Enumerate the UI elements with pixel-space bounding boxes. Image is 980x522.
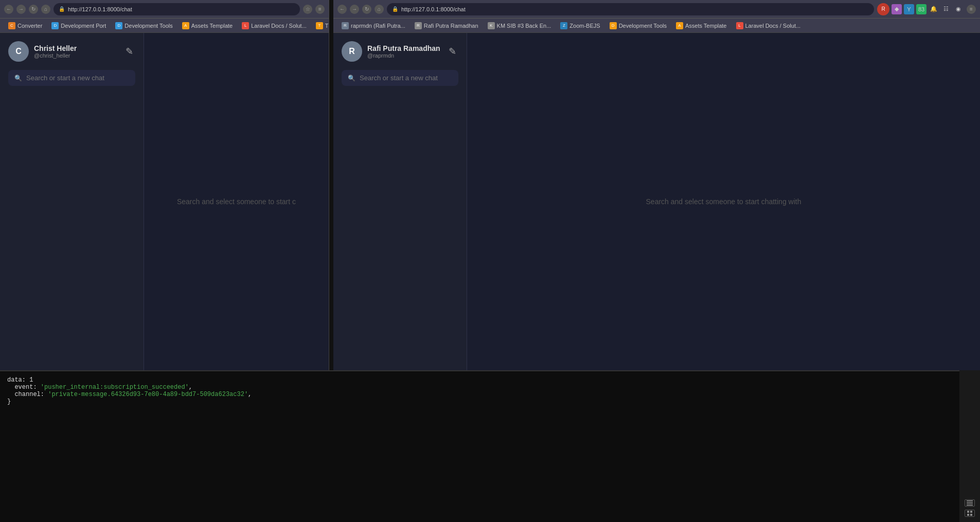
terminal-icon-1[interactable] bbox=[965, 499, 975, 507]
bookmark-tutorial[interactable]: T Tutorial bbox=[312, 21, 329, 30]
left-search-box[interactable]: 🔍 bbox=[8, 70, 135, 86]
svg-rect-6 bbox=[970, 514, 972, 516]
ext-icon-3[interactable]: 83 bbox=[916, 4, 926, 14]
right-new-chat-button[interactable]: ✎ bbox=[447, 44, 458, 59]
right-reload-button[interactable]: ↻ bbox=[362, 5, 371, 14]
right-search-icon: 🔍 bbox=[348, 75, 355, 82]
right-search-input[interactable] bbox=[360, 74, 452, 82]
ext-icon-2[interactable]: Y bbox=[904, 4, 914, 14]
bookmark-assets[interactable]: A Assets Template bbox=[178, 21, 237, 30]
ext-icon-6[interactable]: ◉ bbox=[953, 4, 964, 14]
right-bookmark-rafi-label: Rafi Putra Ramadhan bbox=[424, 23, 478, 29]
svg-rect-1 bbox=[967, 502, 973, 503]
right-bookmarks-bar: R raprmdn (Rafi Putra... R Rafi Putra Ra… bbox=[333, 19, 980, 33]
right-bookmark-devtools[interactable]: D Development Tools bbox=[605, 21, 671, 30]
ext-icon-4[interactable]: 🔔 bbox=[929, 4, 939, 14]
lock-icon: 🔒 bbox=[59, 6, 65, 12]
terminal-text-4: } bbox=[7, 398, 11, 405]
bookmark-converter[interactable]: C Converter bbox=[4, 21, 46, 30]
right-search-box[interactable]: 🔍 bbox=[342, 70, 458, 86]
bookmark-laravel[interactable]: L Laravel Docs / Solut... bbox=[238, 21, 311, 30]
bookmark-converter-label: Converter bbox=[17, 23, 42, 29]
terminal-text-1: data: 1 bbox=[7, 376, 33, 384]
right-empty-chat-text: Search and select someone to start chatt… bbox=[646, 197, 801, 206]
terminal-line-3: channel: 'private-message.64326d93-7e80-… bbox=[7, 391, 973, 398]
left-search-input[interactable] bbox=[26, 74, 129, 82]
terminal-line-2: event: 'pusher_internal:subscription_suc… bbox=[7, 384, 973, 391]
right-assets-favicon: A bbox=[676, 22, 683, 29]
right-bookmark-km[interactable]: K KM SIB #3 Back En... bbox=[484, 21, 556, 30]
raprmdn-favicon: R bbox=[342, 22, 349, 29]
left-search-icon: 🔍 bbox=[14, 75, 22, 82]
right-bookmark-zoom[interactable]: Z Zoom-BEJS bbox=[556, 21, 604, 30]
bookmark-devtools[interactable]: D Development Tools bbox=[111, 21, 176, 30]
left-user-name: Christ Heller bbox=[34, 44, 77, 52]
left-user-details: Christ Heller @christ_heller bbox=[34, 44, 77, 59]
assets-favicon: A bbox=[182, 22, 189, 29]
terminal: data: 1 event: 'pusher_internal:subscrip… bbox=[0, 370, 980, 522]
right-bookmark-assets[interactable]: A Assets Template bbox=[672, 21, 731, 30]
terminal-line-4: } bbox=[7, 398, 973, 405]
terminal-icon-2[interactable] bbox=[965, 510, 975, 517]
svg-rect-0 bbox=[967, 500, 973, 501]
bookmark-devtools-label: Development Tools bbox=[124, 23, 172, 29]
right-bookmark-km-label: KM SIB #3 Back En... bbox=[497, 23, 551, 29]
right-back-button[interactable]: ← bbox=[337, 5, 347, 14]
right-sidebar: R Rafi Putra Ramadhan @raprmdn ✎ 🔍 bbox=[333, 33, 467, 370]
home-button[interactable]: ⌂ bbox=[41, 5, 50, 14]
left-user-handle: @christ_heller bbox=[34, 52, 77, 59]
right-app-content: R Rafi Putra Ramadhan @raprmdn ✎ 🔍 Searc… bbox=[333, 33, 980, 370]
left-browser: ← → ↻ ⌂ 🔒 http://127.0.0.1:8000/chat ☆ ≡… bbox=[0, 0, 329, 370]
url-text-left: http://127.0.0.1:8000/chat bbox=[68, 6, 132, 12]
left-avatar: C bbox=[8, 41, 29, 62]
bookmark-button[interactable]: ☆ bbox=[303, 5, 312, 14]
right-bookmark-devtools-label: Development Tools bbox=[619, 23, 667, 29]
right-avatar: R bbox=[342, 41, 362, 62]
right-forward-button[interactable]: → bbox=[350, 5, 359, 14]
address-bar-left[interactable]: 🔒 http://127.0.0.1:8000/chat bbox=[54, 3, 300, 15]
right-user-details: Rafi Putra Ramadhan @raprmdn bbox=[367, 44, 440, 59]
svg-rect-4 bbox=[970, 511, 972, 513]
right-menu-button[interactable]: ≡ bbox=[967, 5, 976, 14]
forward-button[interactable]: → bbox=[16, 5, 26, 14]
left-sidebar: C Christ Heller @christ_heller ✎ 🔍 bbox=[0, 33, 144, 370]
bookmark-devport-label: Development Port bbox=[61, 23, 106, 29]
terminal-text-3a: channel: bbox=[7, 391, 48, 398]
left-app-content: C Christ Heller @christ_heller ✎ 🔍 Searc… bbox=[0, 33, 329, 370]
terminal-text-2c: , bbox=[189, 384, 192, 391]
km-favicon: K bbox=[488, 22, 495, 29]
left-empty-chat-text: Search and select someone to start c bbox=[177, 197, 296, 206]
left-avatar-letter: C bbox=[15, 47, 22, 56]
right-home-button[interactable]: ⌂ bbox=[375, 5, 384, 14]
address-bar-right[interactable]: 🔒 http://127.0.0.1:8000/chat bbox=[387, 3, 874, 15]
url-text-right: http://127.0.0.1:8000/chat bbox=[401, 6, 466, 12]
right-avatar-letter: R bbox=[349, 47, 355, 56]
right-bookmark-rafi[interactable]: R Rafi Putra Ramadhan bbox=[411, 21, 483, 30]
right-profile-icon[interactable]: R bbox=[877, 3, 889, 15]
svg-rect-5 bbox=[967, 514, 969, 516]
bookmark-assets-label: Assets Template bbox=[191, 23, 233, 29]
left-chat-main: Search and select someone to start c bbox=[144, 33, 329, 370]
left-new-chat-button[interactable]: ✎ bbox=[123, 44, 135, 59]
bookmark-devport[interactable]: D Development Port bbox=[47, 21, 110, 30]
left-user-header: C Christ Heller @christ_heller ✎ bbox=[8, 41, 135, 62]
tutorial-favicon: T bbox=[316, 22, 323, 29]
right-bookmark-assets-label: Assets Template bbox=[685, 23, 727, 29]
ext-icon-5[interactable]: ☷ bbox=[941, 4, 951, 14]
right-bookmark-raprmdn[interactable]: R raprmdn (Rafi Putra... bbox=[337, 21, 409, 30]
menu-button[interactable]: ≡ bbox=[315, 5, 325, 14]
left-user-info: C Christ Heller @christ_heller bbox=[8, 41, 77, 62]
converter-favicon: C bbox=[8, 22, 15, 29]
terminal-text-2a: event: bbox=[7, 384, 41, 391]
right-bookmark-zoom-label: Zoom-BEJS bbox=[569, 23, 600, 29]
browser-divider bbox=[329, 0, 333, 370]
left-nav-bar: ← → ↻ ⌂ 🔒 http://127.0.0.1:8000/chat ☆ ≡ bbox=[0, 0, 329, 19]
back-button[interactable]: ← bbox=[4, 5, 13, 14]
svg-rect-2 bbox=[967, 505, 973, 506]
right-devtools-favicon: D bbox=[610, 22, 617, 29]
ext-icon-1[interactable]: ◆ bbox=[892, 4, 902, 14]
right-bookmark-laravel[interactable]: L Laravel Docs / Solut... bbox=[732, 21, 805, 30]
reload-button[interactable]: ↻ bbox=[29, 5, 38, 14]
devtools-favicon: D bbox=[115, 22, 122, 29]
svg-rect-3 bbox=[967, 511, 969, 513]
